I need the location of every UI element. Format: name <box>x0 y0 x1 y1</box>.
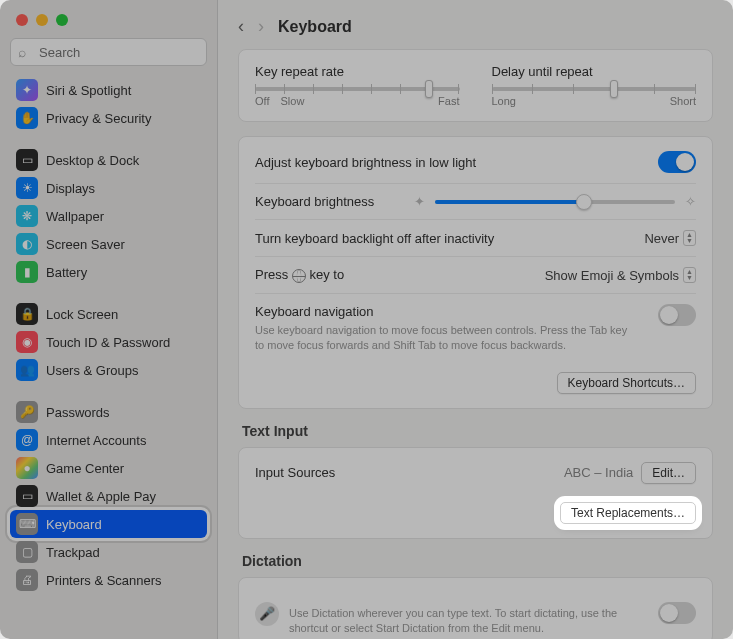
sidebar-item-keyboard[interactable]: ⌨Keyboard <box>10 510 207 538</box>
sidebar-item-game-center[interactable]: ●Game Center <box>10 454 207 482</box>
sidebar-item-label: Displays <box>46 181 95 196</box>
keyboard-brightness-label: Keyboard brightness <box>255 194 374 209</box>
delay-short-caption: Short <box>670 95 696 107</box>
sidebar: ⌕ ✦Siri & Spotlight✋Privacy & Security▭D… <box>0 0 218 639</box>
search-input[interactable] <box>10 38 207 66</box>
fullscreen-window-button[interactable] <box>56 14 68 26</box>
sidebar-item-label: Screen Saver <box>46 237 125 252</box>
privacy-security-icon: ✋ <box>16 107 38 129</box>
sidebar-item-displays[interactable]: ☀Displays <box>10 174 207 202</box>
main-content: ‹ › Keyboard Key repeat rate Off S <box>218 0 733 639</box>
keyboard-navigation-toggle[interactable] <box>658 304 696 326</box>
sidebar-item-label: Desktop & Dock <box>46 153 139 168</box>
sidebar-item-label: Siri & Spotlight <box>46 83 131 98</box>
input-sources-label: Input Sources <box>255 465 335 480</box>
sidebar-item-touch-id-password[interactable]: ◉Touch ID & Password <box>10 328 207 356</box>
press-globe-label: Press key to <box>255 267 344 283</box>
sidebar-item-label: Game Center <box>46 461 124 476</box>
key-repeat-panel: Key repeat rate Off Slow Fast Delay unti… <box>238 49 713 122</box>
screen-saver-icon: ◐ <box>16 233 38 255</box>
keyboard-settings-panel: Adjust keyboard brightness in low light … <box>238 136 713 409</box>
keyboard-shortcuts-button[interactable]: Keyboard Shortcuts… <box>557 372 696 394</box>
touch-id-password-icon: ◉ <box>16 331 38 353</box>
displays-icon: ☀ <box>16 177 38 199</box>
window-controls <box>10 10 207 38</box>
keyboard-navigation-label: Keyboard navigation <box>255 304 635 319</box>
sidebar-item-battery[interactable]: ▮Battery <box>10 258 207 286</box>
sidebar-item-label: Wallet & Apple Pay <box>46 489 156 504</box>
sidebar-item-lock-screen[interactable]: 🔒Lock Screen <box>10 300 207 328</box>
sidebar-item-label: Lock Screen <box>46 307 118 322</box>
backlight-off-label: Turn keyboard backlight off after inacti… <box>255 231 494 246</box>
wallet-apple-pay-icon: ▭ <box>16 485 38 507</box>
keyboard-icon: ⌨ <box>16 513 38 535</box>
press-globe-popup[interactable]: Show Emoji & Symbols ▲▼ <box>545 267 696 283</box>
sidebar-item-screen-saver[interactable]: ◐Screen Saver <box>10 230 207 258</box>
sidebar-item-passwords[interactable]: 🔑Passwords <box>10 398 207 426</box>
page-title: Keyboard <box>278 18 352 36</box>
sidebar-item-label: Privacy & Security <box>46 111 151 126</box>
sidebar-item-label: Keyboard <box>46 517 102 532</box>
globe-icon <box>292 269 306 283</box>
sidebar-item-desktop-dock[interactable]: ▭Desktop & Dock <box>10 146 207 174</box>
press-globe-value: Show Emoji & Symbols <box>545 268 679 283</box>
delay-until-repeat-label: Delay until repeat <box>492 64 697 79</box>
minimize-window-button[interactable] <box>36 14 48 26</box>
key-repeat-rate-label: Key repeat rate <box>255 64 460 79</box>
delay-long-caption: Long <box>492 95 516 107</box>
sidebar-item-privacy-security[interactable]: ✋Privacy & Security <box>10 104 207 132</box>
delay-until-repeat-slider[interactable] <box>492 87 697 91</box>
sidebar-item-internet-accounts[interactable]: @Internet Accounts <box>10 426 207 454</box>
wallpaper-icon: ❋ <box>16 205 38 227</box>
rate-slow-caption: Slow <box>281 95 305 107</box>
updown-arrows-icon: ▲▼ <box>683 230 696 246</box>
sidebar-item-label: Battery <box>46 265 87 280</box>
input-sources-value: ABC – India <box>564 465 633 480</box>
battery-icon: ▮ <box>16 261 38 283</box>
users-groups-icon: 👥 <box>16 359 38 381</box>
search-icon: ⌕ <box>18 44 26 60</box>
key-repeat-rate-slider[interactable] <box>255 87 460 91</box>
sidebar-item-users-groups[interactable]: 👥Users & Groups <box>10 356 207 384</box>
dictation-heading: Dictation <box>242 553 713 569</box>
microphone-icon: 🎤 <box>255 602 279 626</box>
lock-screen-icon: 🔒 <box>16 303 38 325</box>
text-input-panel: Input Sources ABC – India Edit… Text Rep… <box>238 447 713 539</box>
game-center-icon: ● <box>16 457 38 479</box>
trackpad-icon: ▢ <box>16 541 38 563</box>
rate-fast-caption: Fast <box>438 95 459 107</box>
keyboard-brightness-slider[interactable] <box>435 200 675 204</box>
input-sources-edit-button[interactable]: Edit… <box>641 462 696 484</box>
sidebar-item-label: Internet Accounts <box>46 433 146 448</box>
passwords-icon: 🔑 <box>16 401 38 423</box>
auto-brightness-toggle[interactable] <box>658 151 696 173</box>
sidebar-item-siri-spotlight[interactable]: ✦Siri & Spotlight <box>10 76 207 104</box>
brightness-low-icon: ✦ <box>414 194 425 209</box>
dictation-description: Use Dictation wherever you can type text… <box>289 606 629 637</box>
desktop-dock-icon: ▭ <box>16 149 38 171</box>
sidebar-item-label: Touch ID & Password <box>46 335 170 350</box>
updown-arrows-icon: ▲▼ <box>683 267 696 283</box>
keyboard-navigation-description: Use keyboard navigation to move focus be… <box>255 323 635 354</box>
sidebar-item-label: Users & Groups <box>46 363 138 378</box>
close-window-button[interactable] <box>16 14 28 26</box>
titlebar: ‹ › Keyboard <box>218 0 733 49</box>
sidebar-item-label: Printers & Scanners <box>46 573 162 588</box>
backlight-off-popup[interactable]: Never ▲▼ <box>644 230 696 246</box>
backlight-off-value: Never <box>644 231 679 246</box>
sidebar-item-label: Wallpaper <box>46 209 104 224</box>
nav-forward-button[interactable]: › <box>258 16 264 37</box>
dictation-toggle[interactable] <box>658 602 696 624</box>
sidebar-item-label: Trackpad <box>46 545 100 560</box>
text-replacements-button[interactable]: Text Replacements… <box>560 502 696 524</box>
printers-scanners-icon: 🖨 <box>16 569 38 591</box>
sidebar-item-printers-scanners[interactable]: 🖨Printers & Scanners <box>10 566 207 594</box>
auto-brightness-label: Adjust keyboard brightness in low light <box>255 155 476 170</box>
rate-off-caption: Off <box>255 95 269 107</box>
sidebar-item-trackpad[interactable]: ▢Trackpad <box>10 538 207 566</box>
internet-accounts-icon: @ <box>16 429 38 451</box>
sidebar-item-wallet-apple-pay[interactable]: ▭Wallet & Apple Pay <box>10 482 207 510</box>
nav-back-button[interactable]: ‹ <box>238 16 244 37</box>
sidebar-item-wallpaper[interactable]: ❋Wallpaper <box>10 202 207 230</box>
sidebar-item-label: Passwords <box>46 405 110 420</box>
